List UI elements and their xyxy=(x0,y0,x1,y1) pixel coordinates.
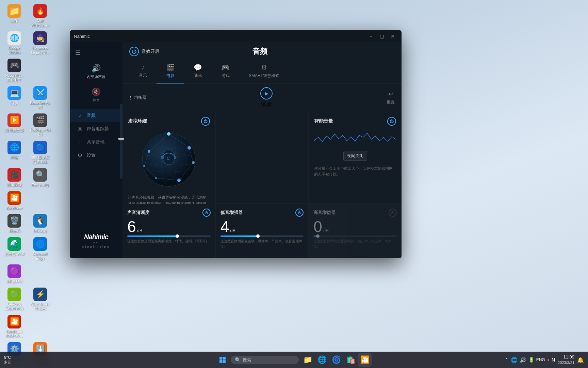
device-mute[interactable]: 🔇 静音 xyxy=(75,86,117,105)
clarity-desc: 让这些音效呈现近距离的感觉（对话、合唱、聊天等） xyxy=(127,239,211,244)
nav-settings[interactable]: ⚙ 设置 xyxy=(70,149,122,162)
desktop-icon-iqiyi[interactable]: 🎥 腾讯视频 xyxy=(2,167,27,188)
brand-by: BY xyxy=(75,242,117,245)
taskbar-time[interactable]: 11:09 2023/3/21 xyxy=(558,354,574,365)
device-speaker[interactable]: 🔊 内部扬声器 xyxy=(75,62,117,81)
nav-settings-label: 设置 xyxy=(87,152,96,158)
desktop-icon-pc[interactable]: 💻 电脑 xyxy=(2,85,27,111)
taskbar-left: 9°C 多云 xyxy=(4,355,14,365)
bass-val-row: 4 dB xyxy=(220,219,304,234)
taskbar-chrome[interactable]: 🌐 xyxy=(315,353,329,367)
notification-button[interactable]: 🔔 xyxy=(577,357,584,363)
device-mute-label: 静音 xyxy=(93,98,100,103)
nav-audio-label: 音频 xyxy=(87,112,96,119)
treble-unit: dB xyxy=(323,228,329,233)
bass-slider[interactable] xyxy=(220,235,304,237)
tab-comm[interactable]: 💬 通讯 xyxy=(184,61,212,83)
desktop-icon-qq[interactable]: 🐧 腾讯QQ xyxy=(28,213,52,234)
nav-share[interactable]: ⋮ 共享音讯 xyxy=(70,135,122,149)
desktop-icon-chrome[interactable]: 🌐 Google Chrome xyxy=(2,30,27,56)
taskbar-store[interactable]: 🛍️ xyxy=(344,353,357,367)
search-input[interactable] xyxy=(243,357,290,363)
clarity-power-btn[interactable]: ⏻ xyxy=(202,209,211,217)
main-content: ⏻ 音效开启 音频 ♪ 音乐 🎬 电影 💬 通讯 xyxy=(122,42,402,258)
hamburger-button[interactable]: ☰ xyxy=(70,46,122,59)
power-toggle[interactable]: ⏻ 音效开启 xyxy=(129,47,159,56)
battery-icon[interactable]: 🔋 xyxy=(528,357,534,363)
clarity-slider[interactable] xyxy=(127,235,211,237)
clock-date: 2023/3/21 xyxy=(558,360,574,365)
desktop-icon-folder[interactable]: 📁 工作 xyxy=(2,3,27,29)
game-tab-icon: 🎮 xyxy=(221,63,230,72)
sv-header: 智能音量 ⏻ xyxy=(314,117,396,126)
desktop-icon-bandicam2[interactable]: 🎦 bandicam 2023-03-... xyxy=(2,313,27,339)
close-button[interactable]: ✕ xyxy=(388,31,397,41)
nav-tracker[interactable]: ◎ 声音追踪器 xyxy=(70,122,122,135)
desktop-icon-bandicam[interactable]: 🎦 Bandicam xyxy=(2,190,27,212)
search-bar[interactable]: 🔍 xyxy=(231,356,299,364)
volume-icon[interactable]: 🔊 xyxy=(520,357,526,363)
tab-comm-label: 通讯 xyxy=(194,73,202,79)
power-button[interactable]: ⏻ xyxy=(129,47,139,56)
tab-music[interactable]: ♪ 音乐 xyxy=(129,61,157,83)
treble-slider[interactable] xyxy=(313,235,397,237)
play-icon[interactable]: ▶ xyxy=(260,87,273,99)
tab-game[interactable]: 🎮 游戏 xyxy=(212,61,239,83)
desktop-icon-hogwarts2[interactable]: 🎮 Hogwarts... 汉化补丁 xyxy=(2,57,27,83)
app-title: Nahimic xyxy=(74,34,90,39)
taskbar-center: 🔍 📁 🌐 🌀 🛍️ 🎦 xyxy=(216,353,372,367)
desktop-icon-clash[interactable]: ⚡ ClashN - 科学上网 xyxy=(28,286,52,312)
record-icon[interactable]: ● xyxy=(547,357,550,362)
reset-icon: ↩ xyxy=(388,90,393,98)
experience-button[interactable]: ▶ 体验 xyxy=(260,87,273,108)
brand-steelseries: steelseries xyxy=(75,245,117,249)
desktop-icon-hogwarts[interactable]: 🧙 Hogwarts Legacy vi... xyxy=(28,30,52,56)
tab-smart[interactable]: ⚙ SMART智慧模式 xyxy=(239,61,289,83)
minimize-button[interactable]: − xyxy=(366,31,376,41)
vs-header: 虚拟环绕 ⏻ xyxy=(128,117,210,126)
desktop-icon-recycle[interactable]: 🗑️ 回收站 xyxy=(2,213,27,234)
nahimic-tray-icon[interactable]: N xyxy=(552,357,555,363)
eq-label: 均衡器 xyxy=(134,95,146,101)
reset-button[interactable]: ↩ 重置 xyxy=(387,90,395,105)
bass-card: 低音增强器 ⏻ 4 dB 让这些音效增强或减弱（爆炸声、节拍声、低音吉他声等） xyxy=(216,204,309,258)
treble-val-row: 0 dB xyxy=(313,219,397,234)
sv-wave xyxy=(314,130,396,147)
treble-power-btn[interactable]: ⏻ xyxy=(389,209,397,217)
desktop-icon-potplayer[interactable]: 🎬 PotPlayer 64 bit xyxy=(28,112,52,138)
desktop-icon-geforce[interactable]: 🟢 GeForce Experience xyxy=(2,286,27,312)
treble-value: 0 xyxy=(313,219,322,234)
smart-tab-icon: ⚙ xyxy=(261,63,267,72)
equalizer-button[interactable]: ⫶ 均衡器 xyxy=(129,95,146,101)
tab-movie[interactable]: 🎬 电影 xyxy=(157,61,184,83)
desktop-icon-everything[interactable]: 🔍 Everything xyxy=(28,167,52,188)
desktop-icon-player[interactable]: ▶️ 贵州播放器 xyxy=(2,112,27,138)
taskbar-edge[interactable]: 🌀 xyxy=(329,353,343,367)
desktop-icon-edge[interactable]: 🌀 Microsoft Edge xyxy=(28,236,52,262)
desktop-icon-battlenet[interactable]: ⚔️ BattleNet 战.网 xyxy=(28,85,52,111)
desktop-icon-tencentlol[interactable]: 🟣 腾讯LOLI xyxy=(2,263,27,285)
bass-power-btn[interactable]: ⏻ xyxy=(295,209,304,217)
sv-power-btn[interactable]: ⏻ xyxy=(387,117,396,126)
taskbar-bandicam[interactable]: 🎦 xyxy=(358,353,372,367)
maximize-button[interactable]: ▢ xyxy=(377,31,387,41)
volume-slider-vertical[interactable] xyxy=(120,104,122,179)
desktop-icon-msi[interactable]: 🔥 MSI Afterburner xyxy=(28,3,52,29)
chevron-up-icon[interactable]: ⌃ xyxy=(505,357,509,363)
nav-audio[interactable]: ♪ 音频 xyxy=(70,109,122,122)
lang-display[interactable]: ENG xyxy=(536,357,545,362)
taskbar-explorer[interactable]: 📁 xyxy=(301,353,314,367)
desktop-icon-iqiyi2[interactable]: 🌊 爱奇艺 V7.0 xyxy=(2,236,27,262)
treble-header: 高音增益器 ⏻ xyxy=(313,209,397,217)
bass-header: 低音增强器 ⏻ xyxy=(220,209,304,217)
vs-power-btn[interactable]: ⏻ xyxy=(201,117,210,126)
network-icon[interactable]: 🌐 xyxy=(511,357,518,363)
desktop-icon-360[interactable]: 🔵 360 版更新游戏 DLL xyxy=(28,139,52,165)
start-button[interactable] xyxy=(216,354,229,366)
audio-icon: ♪ xyxy=(77,112,83,119)
night-mode-btn[interactable]: 夜间关闭 xyxy=(343,151,367,161)
weather-display: 9°C 多云 xyxy=(4,355,11,365)
clarity-val-row: 6 dB xyxy=(127,219,211,234)
desktop-icons: 📁 工作 🔥 MSI Afterburner 🌐 Google Chrome 🧙… xyxy=(2,3,52,368)
desktop-icon-network[interactable]: 🌐 网络 xyxy=(2,139,27,165)
